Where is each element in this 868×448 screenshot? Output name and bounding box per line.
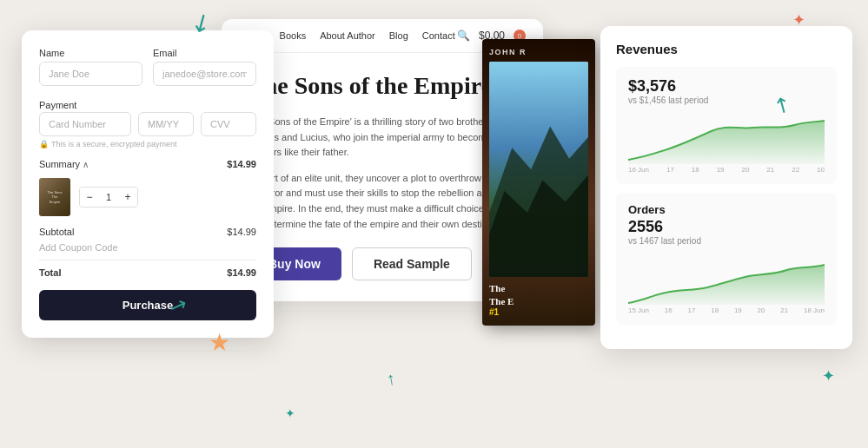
rev-label-2: 17: [666, 166, 674, 174]
name-label: Name: [39, 48, 142, 58]
rev-label-3: 18: [692, 166, 699, 174]
ord-label-8: 18 Jun: [804, 306, 825, 314]
revenue-chart-area: [628, 112, 825, 164]
cvv-input[interactable]: [201, 112, 256, 136]
purchase-button[interactable]: Purchase: [39, 290, 256, 320]
orders-metric: Orders 2556 vs 1467 last period 15 Jun 1…: [616, 193, 837, 325]
summary-item: The SonsTheEmpire − 1 +: [39, 178, 256, 216]
total-row: Total $14.99: [39, 267, 256, 278]
quantity-control[interactable]: − 1 +: [79, 187, 138, 208]
lock-icon: 🔒: [39, 140, 49, 148]
deco-spark-br: ✦: [822, 366, 835, 385]
orders-chart-labels: 15 Jun 16 17 18 19 20 21 18 Jun: [628, 306, 825, 314]
revenue-metric: $3,576 vs $1,456 last period 16 Jun 17 1…: [616, 67, 837, 184]
coupon-label: Add Coupon Code: [39, 242, 118, 253]
book-actions: Buy Now Read Sample: [248, 247, 517, 280]
payment-section: Payment 🔒 This is a secure, encrypted pa…: [39, 96, 256, 148]
read-sample-button[interactable]: Read Sample: [352, 247, 472, 280]
book-thumbnail: The SonsTheEmpire: [39, 178, 70, 216]
revenue-compare: vs $1,456 last period: [628, 96, 825, 105]
nav-blog[interactable]: Blog: [389, 30, 408, 41]
secure-text-container: 🔒 This is a secure, encrypted payment: [39, 140, 256, 148]
cover-title-text: The The E: [489, 282, 588, 307]
divider: [39, 260, 256, 260]
cover-scene: [489, 62, 588, 277]
book-title: The Sons of the Empire: [248, 70, 517, 101]
rev-label-4: 19: [717, 166, 725, 174]
rev-label-1: 16 Jun: [628, 166, 649, 174]
subtotal-label: Subtotal: [39, 227, 74, 237]
book-description-2: As part of an elite unit, they uncover a…: [248, 171, 517, 232]
rev-label-8: 10: [817, 166, 825, 174]
total-label: Total: [39, 267, 61, 278]
nav-about[interactable]: About Author: [320, 30, 375, 41]
ord-label-1: 15 Jun: [628, 306, 649, 314]
email-group: Email: [153, 48, 256, 86]
search-icon[interactable]: 🔍: [457, 30, 470, 42]
name-input[interactable]: [39, 62, 142, 86]
chevron-up-icon: ∧: [83, 160, 89, 169]
rev-label-5: 20: [742, 166, 750, 174]
orders-title: Orders: [628, 203, 825, 216]
analytics-card: Revenues $3,576 vs $1,456 last period 16…: [600, 26, 852, 349]
book-thumb-title: The SonsTheEmpire: [45, 188, 63, 206]
payment-label: Payment: [39, 100, 76, 110]
ord-label-7: 21: [780, 306, 788, 314]
orders-chart-area: [628, 253, 825, 305]
total-value: $14.99: [227, 267, 256, 278]
analytics-title: Revenues: [616, 42, 837, 56]
ord-label-6: 20: [758, 306, 765, 314]
subtotal-row: Subtotal $14.99: [39, 227, 256, 237]
checkout-card: Name Email Payment 🔒 This is a secure, e…: [22, 30, 274, 338]
qty-value: 1: [99, 192, 118, 202]
cover-rank: #1: [489, 307, 588, 317]
subtotal-value: $14.99: [227, 227, 256, 237]
deco-spark-bl: ✦: [285, 406, 295, 420]
email-input[interactable]: [153, 62, 256, 86]
name-group: Name: [39, 48, 142, 86]
summary-price: $14.99: [227, 159, 256, 169]
orders-value: 2556: [628, 218, 825, 236]
expiry-input[interactable]: [138, 112, 194, 136]
deco-arrow-bottom: ↑: [385, 368, 397, 389]
email-label: Email: [153, 48, 256, 58]
ord-label-4: 18: [711, 306, 719, 314]
summary-header: Summary ∧ $14.99: [39, 159, 256, 169]
ord-label-5: 19: [734, 306, 742, 314]
ord-label-2: 16: [665, 306, 673, 314]
card-number-input[interactable]: [39, 112, 131, 136]
orders-compare: vs 1467 last period: [628, 236, 825, 246]
book-cover-overlay: JOHN R The The E #1: [482, 39, 595, 326]
rev-label-6: 21: [766, 166, 774, 174]
nav-contact[interactable]: Contact: [422, 30, 455, 41]
qty-increase-button[interactable]: +: [118, 188, 137, 207]
ord-label-3: 17: [688, 306, 696, 314]
coupon-row[interactable]: Add Coupon Code: [39, 242, 256, 253]
nav-books[interactable]: Books: [280, 30, 307, 41]
revenue-value: $3,576: [628, 77, 825, 96]
cover-author: JOHN R: [489, 48, 588, 56]
qty-decrease-button[interactable]: −: [80, 188, 99, 207]
summary-label: Summary ∧: [39, 159, 89, 169]
rev-label-7: 22: [792, 166, 799, 174]
secure-text: This is a secure, encrypted payment: [51, 140, 177, 148]
book-description-1: 'The Sons of the Empire' is a thrilling …: [248, 115, 517, 161]
revenue-chart-labels: 16 Jun 17 18 19 20 21 22 10: [628, 166, 825, 174]
